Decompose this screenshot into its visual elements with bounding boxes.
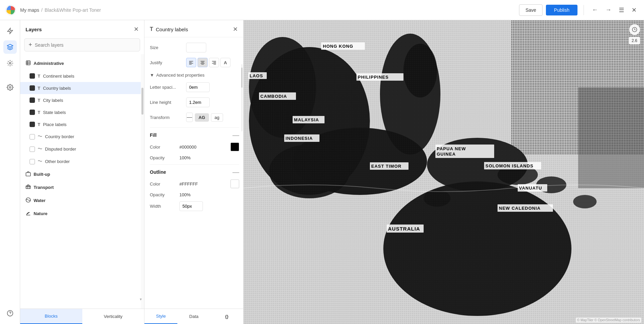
line-height-row: Line height xyxy=(150,97,239,107)
layer-group-administrative[interactable]: Administrative xyxy=(20,57,141,70)
close-button[interactable]: ✕ xyxy=(630,4,639,16)
country-labels-checkbox[interactable] xyxy=(30,85,35,91)
layer-city-labels[interactable]: T City labels xyxy=(20,94,141,106)
layer-disputed-border[interactable]: Disputed border xyxy=(20,143,141,155)
layer-country-border[interactable]: Country border xyxy=(20,130,141,143)
publish-button[interactable]: Publish xyxy=(546,5,577,15)
layers-panel: Layers ✕ + Administrative T Continent l xyxy=(20,20,144,324)
outline-width-input[interactable] xyxy=(179,201,203,211)
justify-group: A xyxy=(186,58,230,67)
transport-group-label: Transport xyxy=(34,185,54,190)
transform-row: Transform — AG ag xyxy=(150,113,239,122)
style-tab[interactable]: Style xyxy=(144,309,177,324)
svg-text:INDONESIA: INDONESIA xyxy=(286,136,313,141)
svg-rect-16 xyxy=(189,64,192,65)
layers-scroll-thumb xyxy=(141,88,143,115)
outline-opacity-value: 100% xyxy=(179,192,190,197)
map-clock-button[interactable] xyxy=(629,24,640,35)
place-labels-checkbox[interactable] xyxy=(30,122,35,127)
outline-section-title: Outline xyxy=(150,169,166,175)
props-scrollbar-track xyxy=(241,64,243,131)
layers-close-button[interactable]: ✕ xyxy=(134,26,139,33)
save-button[interactable]: Save xyxy=(519,4,543,16)
layers-scrollbar[interactable]: ▼ xyxy=(141,54,144,309)
country-border-type-icon xyxy=(38,134,42,139)
add-layer-button[interactable]: + xyxy=(29,41,32,48)
map-title: Black&White Pop-art Toner xyxy=(45,7,101,13)
search-input[interactable] xyxy=(35,42,136,48)
fill-color-swatch[interactable] xyxy=(230,143,239,151)
fill-color-label: Color xyxy=(150,145,177,150)
sidebar-layers-icon[interactable] xyxy=(3,40,17,54)
advanced-toggle[interactable]: ▼ Advanced text properties xyxy=(150,73,239,78)
layer-group-nature[interactable]: Nature xyxy=(20,207,141,220)
verticality-tab[interactable]: Verticality xyxy=(82,309,144,324)
fill-section-header: Fill — xyxy=(150,132,239,138)
props-close-button[interactable]: ✕ xyxy=(233,26,238,33)
justify-left-button[interactable] xyxy=(186,58,196,67)
layers-scroll-down-arrow[interactable]: ▼ xyxy=(138,296,143,302)
sidebar-filter-icon[interactable] xyxy=(3,56,17,70)
svg-text:GUINEA: GUINEA xyxy=(437,152,456,157)
justify-special-button[interactable]: A xyxy=(220,58,230,67)
sidebar-lightning-icon[interactable] xyxy=(3,24,17,38)
layer-group-buildup[interactable]: Built-up xyxy=(20,168,141,181)
continent-labels-checkbox[interactable] xyxy=(30,73,35,79)
transform-lowercase-button[interactable]: ag xyxy=(211,113,223,122)
line-height-input[interactable] xyxy=(186,97,210,107)
props-header: T Country labels ✕ xyxy=(144,20,243,37)
blocks-tab[interactable]: Blocks xyxy=(20,309,82,324)
layer-group-transport[interactable]: Transport xyxy=(20,181,141,194)
layer-continent-labels[interactable]: T Continent labels xyxy=(20,70,141,82)
letter-spacing-input[interactable] xyxy=(186,82,210,92)
menu-button[interactable]: ☰ xyxy=(617,4,626,16)
my-maps-link[interactable]: My maps xyxy=(20,7,39,13)
transform-minus-button[interactable]: — xyxy=(186,113,193,122)
topbar: My maps / Black&White Pop-art Toner Save… xyxy=(0,0,644,20)
country-border-checkbox[interactable] xyxy=(30,134,35,139)
layers-header: Layers ✕ xyxy=(20,20,144,36)
props-panel: T Country labels ✕ Size Justify xyxy=(144,20,244,324)
svg-point-5 xyxy=(9,87,11,88)
justify-right-button[interactable] xyxy=(209,58,219,67)
outline-width-label: Width xyxy=(150,204,177,209)
city-labels-checkbox[interactable] xyxy=(30,97,35,103)
continent-labels-name: Continent labels xyxy=(43,74,135,79)
sidebar-settings-icon[interactable] xyxy=(3,81,17,94)
layer-place-labels[interactable]: T Place labels xyxy=(20,118,141,130)
fill-collapse-button[interactable]: — xyxy=(232,132,239,138)
sidebar-help-icon[interactable] xyxy=(3,307,17,320)
app-logo[interactable] xyxy=(5,5,16,15)
svg-text:EAST TIMOR: EAST TIMOR xyxy=(371,164,401,169)
city-labels-name: City labels xyxy=(43,98,135,103)
back-button[interactable]: ← xyxy=(590,4,600,15)
data-tab[interactable]: Data xyxy=(177,309,210,324)
code-tab[interactable]: {} xyxy=(210,309,243,324)
svg-rect-19 xyxy=(201,63,205,64)
svg-rect-11 xyxy=(26,186,30,189)
svg-rect-24 xyxy=(214,64,216,65)
other-border-checkbox[interactable] xyxy=(30,159,35,164)
layer-country-labels[interactable]: T Country labels xyxy=(20,82,141,94)
justify-center-button[interactable] xyxy=(198,58,208,67)
map-area[interactable]: HONG KONG LAOS PHILIPPINES CAMBODIA MALA… xyxy=(244,20,644,324)
layer-state-labels[interactable]: T State labels xyxy=(20,106,141,118)
svg-rect-18 xyxy=(201,62,204,63)
administrative-group-icon xyxy=(26,60,31,67)
water-group-icon xyxy=(26,197,31,204)
layer-other-border[interactable]: Other border xyxy=(20,155,141,168)
svg-marker-3 xyxy=(7,44,13,47)
state-labels-checkbox[interactable] xyxy=(30,110,35,115)
disputed-border-checkbox[interactable] xyxy=(30,147,35,152)
breadcrumb: My maps / Black&White Pop-art Toner xyxy=(20,7,101,13)
outline-section-header: Outline — xyxy=(150,169,239,175)
layer-group-water[interactable]: Water xyxy=(20,194,141,207)
outline-color-swatch[interactable] xyxy=(230,179,239,188)
outline-collapse-button[interactable]: — xyxy=(232,169,239,175)
state-labels-type-icon: T xyxy=(38,110,40,115)
size-input[interactable] xyxy=(186,43,206,52)
topbar-divider xyxy=(584,5,584,15)
transform-uppercase-button[interactable]: AG xyxy=(195,113,209,122)
forward-button[interactable]: → xyxy=(603,4,613,15)
country-border-name: Country border xyxy=(45,134,135,139)
